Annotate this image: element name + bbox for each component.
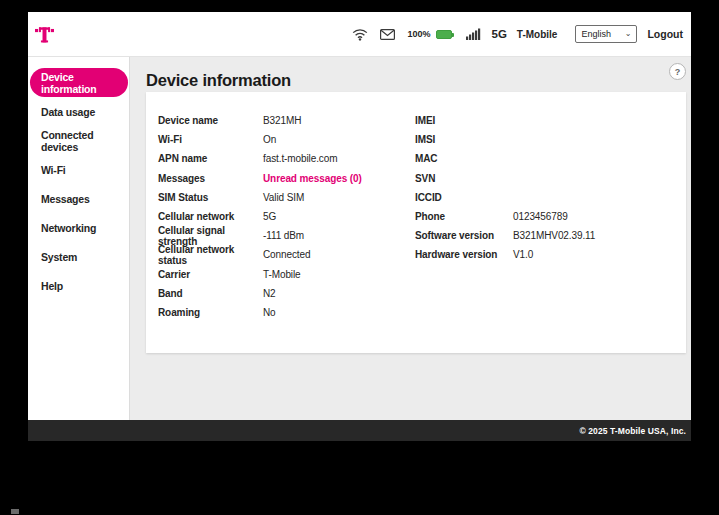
info-row-wi-fi: Wi-FiOn	[158, 130, 415, 149]
info-value: Connected	[263, 249, 310, 260]
sidebar-item-connected-devices[interactable]: Connected devices	[28, 126, 129, 155]
info-row-roaming: RoamingNo	[158, 303, 415, 322]
info-column-left: Device nameB321MHWi-FiOnAPN namefast.t-m…	[158, 111, 415, 353]
info-row-device-name: Device nameB321MH	[158, 111, 415, 130]
info-row-imei: IMEI	[415, 111, 686, 130]
info-row-sim-status: SIM StatusValid SIM	[158, 188, 415, 207]
info-label: APN name	[158, 153, 263, 164]
sidebar-item-data-usage[interactable]: Data usage	[28, 97, 129, 126]
screen-corner-artifact	[11, 509, 19, 514]
signal-bars-icon	[466, 28, 481, 40]
info-row-carrier: CarrierT-Mobile	[158, 265, 415, 284]
screen: 100% 5G T-Mobile	[0, 0, 719, 515]
envelope-icon	[380, 29, 395, 40]
info-label: SVN	[415, 173, 513, 184]
info-value: 0123456789	[513, 211, 568, 222]
sidebar-item-networking[interactable]: Networking	[28, 213, 129, 242]
logout-button[interactable]: Logout	[647, 28, 683, 40]
info-value: B321MHV02.39.11	[513, 230, 595, 241]
info-label: Messages	[158, 173, 263, 184]
info-row-cellular-network-status: Cellular network statusConnected	[158, 245, 415, 264]
help-button[interactable]: ?	[669, 63, 686, 80]
info-label: MAC	[415, 153, 513, 164]
info-label: Carrier	[158, 269, 263, 280]
info-label: Cellular network	[158, 211, 263, 222]
info-label: IMEI	[415, 115, 513, 126]
t-mobile-logo	[35, 21, 61, 47]
info-label: ICCID	[415, 192, 513, 203]
chevron-down-icon: ⌄	[625, 30, 632, 38]
info-value[interactable]: Unread messages (0)	[263, 173, 362, 184]
info-value: V1.0	[513, 249, 533, 260]
info-row-svn: SVN	[415, 169, 686, 188]
info-label: Band	[158, 288, 263, 299]
info-row-imsi: IMSI	[415, 130, 686, 149]
info-value: T-Mobile	[263, 269, 301, 280]
info-label: Hardware version	[415, 249, 513, 260]
info-row-mac: MAC	[415, 149, 686, 168]
app-header: 100% 5G T-Mobile	[28, 12, 691, 57]
app-footer: © 2025 T-Mobile USA, Inc.	[28, 420, 691, 441]
info-value: fast.t-mobile.com	[263, 153, 337, 164]
page-title: Device information	[146, 71, 686, 89]
info-label: IMSI	[415, 134, 513, 145]
info-row-messages: MessagesUnread messages (0)	[158, 169, 415, 188]
info-label: SIM Status	[158, 192, 263, 203]
language-select[interactable]: English ⌄	[575, 25, 637, 43]
info-label: Cellular network status	[158, 244, 263, 266]
main-content: Device information ? Device nameB321MHWi…	[130, 57, 691, 420]
info-column-right: IMEIIMSIMACSVNICCIDPhone0123456789Softwa…	[415, 111, 686, 353]
info-value: N2	[263, 288, 276, 299]
info-row-phone: Phone0123456789	[415, 207, 686, 226]
info-label: Roaming	[158, 307, 263, 318]
sidebar-item-device-information[interactable]: Device information	[30, 68, 128, 97]
status-bar: 100% 5G T-Mobile	[352, 25, 683, 43]
info-value: B321MH	[263, 115, 301, 126]
info-value: 5G	[263, 211, 276, 222]
language-select-value: English	[581, 29, 611, 39]
info-value: Valid SIM	[263, 192, 304, 203]
sidebar-item-wi-fi[interactable]: Wi-Fi	[28, 155, 129, 184]
window-body: Device informationData usageConnected de…	[28, 57, 691, 420]
info-value: -111 dBm	[263, 230, 304, 241]
info-value: On	[263, 134, 276, 145]
sidebar: Device informationData usageConnected de…	[28, 57, 130, 420]
device-info-panel: Device nameB321MHWi-FiOnAPN namefast.t-m…	[146, 92, 686, 353]
copyright-text: © 2025 T-Mobile USA, Inc.	[579, 426, 686, 436]
info-row-software-version: Software versionB321MHV02.39.11	[415, 226, 686, 245]
info-row-band: BandN2	[158, 284, 415, 303]
sidebar-item-messages[interactable]: Messages	[28, 184, 129, 213]
info-label: Device name	[158, 115, 263, 126]
battery-icon	[436, 30, 452, 39]
info-row-cellular-network: Cellular network5G	[158, 207, 415, 226]
t-mobile-logo-glyph	[35, 23, 54, 46]
sidebar-item-system[interactable]: System	[28, 242, 129, 271]
info-row-apn-name: APN namefast.t-mobile.com	[158, 149, 415, 168]
info-row-cellular-signal-strength: Cellular signal strength-111 dBm	[158, 226, 415, 245]
info-row-hardware-version: Hardware versionV1.0	[415, 245, 686, 264]
network-badge: 5G	[492, 28, 507, 40]
wifi-icon	[352, 28, 368, 41]
info-label: Software version	[415, 230, 513, 241]
app-window: 100% 5G T-Mobile	[28, 12, 691, 441]
info-label: Phone	[415, 211, 513, 222]
carrier-name: T-Mobile	[517, 29, 558, 40]
info-row-iccid: ICCID	[415, 188, 686, 207]
battery-percent: 100%	[407, 29, 430, 39]
sidebar-item-help[interactable]: Help	[28, 271, 129, 300]
info-label: Wi-Fi	[158, 134, 263, 145]
info-value: No	[263, 307, 276, 318]
